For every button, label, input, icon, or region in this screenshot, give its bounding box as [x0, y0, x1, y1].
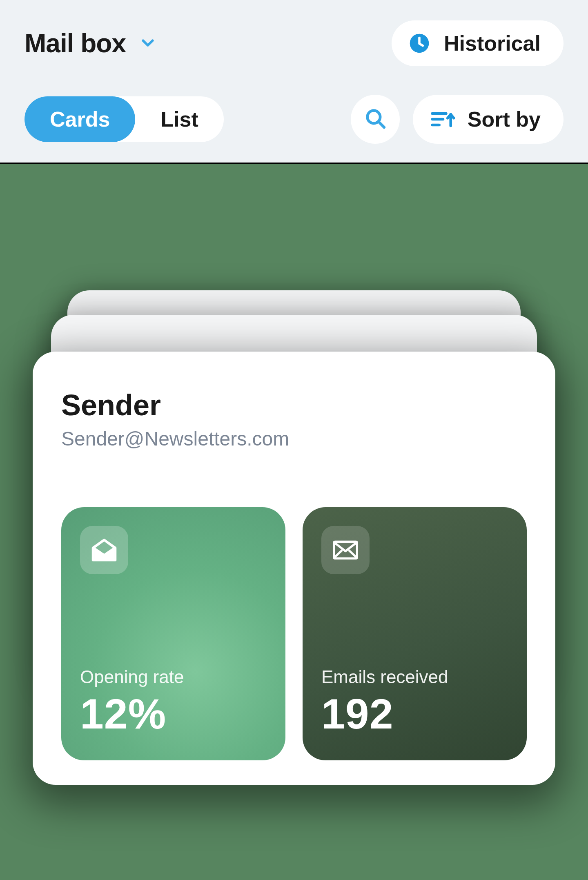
chevron-down-icon — [140, 35, 156, 51]
toolbar: Cards List Sort by — [0, 78, 588, 163]
historical-label: Historical — [444, 31, 541, 56]
search-button[interactable] — [351, 95, 400, 144]
stat-row: Opening rate 12% Emails received 192 — [61, 507, 527, 760]
search-icon — [363, 107, 387, 132]
view-cards-tab[interactable]: Cards — [24, 96, 135, 142]
emails-received-tile[interactable]: Emails received 192 — [303, 507, 527, 760]
emails-received-label: Emails received — [321, 667, 508, 687]
card-stage: Sender Sender@Newsletters.com Opening ra… — [0, 164, 588, 880]
emails-received-value: 192 — [321, 690, 508, 738]
top-bar: Mail box Historical — [0, 0, 588, 78]
opening-rate-label: Opening rate — [80, 667, 267, 687]
sort-button[interactable]: Sort by — [413, 95, 564, 144]
page-title: Mail box — [24, 28, 126, 58]
opening-rate-value: 12% — [80, 690, 267, 738]
historical-button[interactable]: Historical — [392, 20, 564, 66]
mail-icon — [321, 526, 370, 574]
sender-email: Sender@Newsletters.com — [61, 428, 527, 450]
svg-line-2 — [379, 122, 384, 127]
sender-heading: Sender — [61, 388, 527, 422]
open-mail-icon — [80, 526, 128, 574]
view-toggle: Cards List — [24, 96, 224, 142]
opening-rate-tile[interactable]: Opening rate 12% — [61, 507, 285, 760]
view-list-tab[interactable]: List — [135, 96, 223, 142]
sort-label: Sort by — [468, 107, 541, 131]
clock-icon — [408, 32, 431, 55]
sender-card[interactable]: Sender Sender@Newsletters.com Opening ra… — [33, 352, 555, 785]
mailbox-selector[interactable]: Mail box — [24, 28, 156, 58]
sort-icon — [431, 109, 455, 129]
